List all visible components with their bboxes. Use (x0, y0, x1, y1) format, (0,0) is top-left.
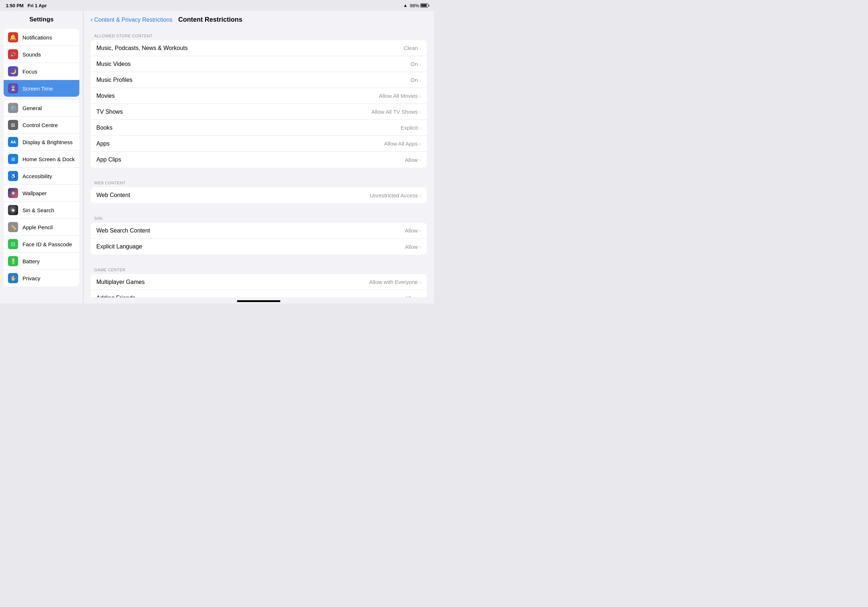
general-icon: ⚙️ (8, 103, 18, 113)
row-right: Explicit › (401, 125, 421, 131)
battery-settings-icon: 🔋 (8, 256, 18, 266)
row-multiplayer-games[interactable]: Multiplayer Games Allow with Everyone › (91, 274, 427, 290)
home-screen-icon: ⊞ (8, 154, 18, 164)
row-music-profiles[interactable]: Music Profiles On › (91, 72, 427, 88)
right-panel: ‹ Content & Privacy Restrictions Content… (83, 11, 434, 304)
back-button[interactable]: ‹ Content & Privacy Restrictions (91, 16, 172, 23)
sidebar-item-accessibility[interactable]: ♿ Accessibility (4, 168, 79, 185)
row-label: Explicit Language (96, 243, 142, 250)
game-center-group: Multiplayer Games Allow with Everyone › … (91, 274, 427, 297)
status-bar: 1:50 PM Fri 1 Apr ▲ 98% (0, 0, 434, 11)
sidebar-item-label: Face ID & Passcode (22, 241, 72, 247)
row-apps[interactable]: Apps Allow All Apps › (91, 136, 427, 152)
chevron-right-icon: › (419, 192, 421, 198)
row-explicit-language[interactable]: Explicit Language Allow › (91, 238, 427, 255)
row-music-videos[interactable]: Music Videos On › (91, 56, 427, 72)
row-web-content[interactable]: Web Content Unrestricted Access › (91, 187, 427, 203)
sidebar-item-face-id[interactable]: ⊡ Face ID & Passcode (4, 236, 79, 253)
sidebar-item-home-screen[interactable]: ⊞ Home Screen & Dock (4, 151, 79, 168)
row-books[interactable]: Books Explicit › (91, 120, 427, 136)
row-value: Allow All TV Shows (371, 108, 418, 115)
row-value: Allow (405, 228, 418, 234)
row-right: On › (411, 77, 421, 83)
sidebar-bottom-section: ⚙️ General ⊞ Control Centre AA Display &… (4, 100, 79, 286)
row-value: Allow (405, 244, 418, 250)
page-title: Content Restrictions (178, 16, 242, 23)
sidebar-item-display-brightness[interactable]: AA Display & Brightness (4, 134, 79, 151)
notifications-icon: 🔔 (8, 32, 18, 42)
row-app-clips[interactable]: App Clips Allow › (91, 152, 427, 168)
sidebar-item-screen-time[interactable]: ⏳ Screen Time (4, 80, 79, 97)
chevron-right-icon: › (419, 45, 421, 51)
row-label: Music, Podcasts, News & Workouts (96, 45, 188, 51)
chevron-right-icon: › (419, 109, 421, 115)
row-label: App Clips (96, 156, 121, 163)
sidebar-item-label: Focus (22, 68, 37, 74)
row-tv-shows[interactable]: TV Shows Allow All TV Shows › (91, 104, 427, 120)
wifi-icon: ▲ (403, 3, 408, 8)
sidebar-item-label: Accessibility (22, 173, 52, 179)
row-value: Unrestricted Access (370, 192, 418, 198)
row-right: Allow › (405, 295, 421, 298)
row-label: Movies (96, 93, 115, 99)
sidebar-item-label: Control Centre (22, 122, 58, 128)
row-label: Adding Friends (96, 295, 135, 297)
row-label: Web Search Content (96, 228, 150, 234)
sidebar-item-label: Siri & Search (22, 207, 54, 213)
row-adding-friends[interactable]: Adding Friends Allow › (91, 290, 427, 297)
sidebar: Settings 🔔 Notifications 🔊 Sounds 🌙 Focu… (0, 11, 83, 304)
right-header: ‹ Content & Privacy Restrictions Content… (83, 11, 434, 28)
sidebar-item-label: Wallpaper (22, 190, 47, 196)
focus-icon: 🌙 (8, 66, 18, 76)
sidebar-item-label: Screen Time (22, 85, 53, 91)
sidebar-title: Settings (0, 11, 83, 28)
section-header-game-center: GAME CENTER (91, 262, 427, 274)
row-movies[interactable]: Movies Allow All Movies › (91, 88, 427, 104)
sounds-icon: 🔊 (8, 49, 18, 59)
chevron-right-icon: › (419, 279, 421, 285)
section-header-siri: SIRI (91, 211, 427, 223)
battery-fill (421, 4, 427, 7)
back-label: Content & Privacy Restrictions (94, 17, 172, 23)
row-label: Books (96, 125, 112, 131)
sidebar-item-privacy[interactable]: ✋ Privacy (4, 270, 79, 286)
screen-time-icon: ⏳ (8, 83, 18, 93)
privacy-icon: ✋ (8, 273, 18, 283)
apple-pencil-icon: ✏️ (8, 222, 18, 232)
row-value: Allow with Everyone (369, 279, 418, 285)
sidebar-item-label: Home Screen & Dock (22, 156, 74, 162)
right-content: ALLOWED STORE CONTENT Music, Podcasts, N… (83, 28, 434, 297)
display-brightness-icon: AA (8, 137, 18, 147)
sidebar-item-apple-pencil[interactable]: ✏️ Apple Pencil (4, 219, 79, 236)
sidebar-item-control-centre[interactable]: ⊞ Control Centre (4, 117, 79, 134)
back-chevron-icon: ‹ (91, 16, 93, 23)
row-value: Clean (404, 45, 418, 51)
sidebar-item-label: Sounds (22, 51, 41, 57)
sidebar-item-general[interactable]: ⚙️ General (4, 100, 79, 117)
status-time-date: 1:50 PM Fri 1 Apr (6, 3, 47, 8)
row-value: Allow All Movies (379, 93, 418, 99)
siri-group: Web Search Content Allow › Explicit Lang… (91, 223, 427, 255)
row-value: Explicit (401, 125, 418, 131)
sidebar-item-label: General (22, 105, 42, 111)
sidebar-item-siri-search[interactable]: ◉ Siri & Search (4, 202, 79, 219)
chevron-right-icon: › (419, 244, 421, 249)
control-centre-icon: ⊞ (8, 120, 18, 130)
row-label: Multiplayer Games (96, 279, 144, 285)
chevron-right-icon: › (419, 93, 421, 99)
sidebar-item-wallpaper[interactable]: ❋ Wallpaper (4, 185, 79, 202)
accessibility-icon: ♿ (8, 171, 18, 181)
row-label: Music Videos (96, 61, 131, 67)
row-right: Allow All Apps › (384, 141, 421, 147)
sidebar-item-battery[interactable]: 🔋 Battery (4, 253, 79, 270)
sidebar-item-label: Display & Brightness (22, 139, 73, 145)
row-web-search-content[interactable]: Web Search Content Allow › (91, 223, 427, 238)
row-right: Allow All Movies › (379, 93, 421, 99)
sidebar-item-label: Notifications (22, 34, 52, 40)
row-music-podcasts[interactable]: Music, Podcasts, News & Workouts Clean › (91, 40, 427, 56)
sidebar-item-sounds[interactable]: 🔊 Sounds (4, 46, 79, 63)
sidebar-item-focus[interactable]: 🌙 Focus (4, 63, 79, 80)
chevron-right-icon: › (419, 228, 421, 234)
wallpaper-icon: ❋ (8, 188, 18, 198)
sidebar-item-notifications[interactable]: 🔔 Notifications (4, 29, 79, 46)
